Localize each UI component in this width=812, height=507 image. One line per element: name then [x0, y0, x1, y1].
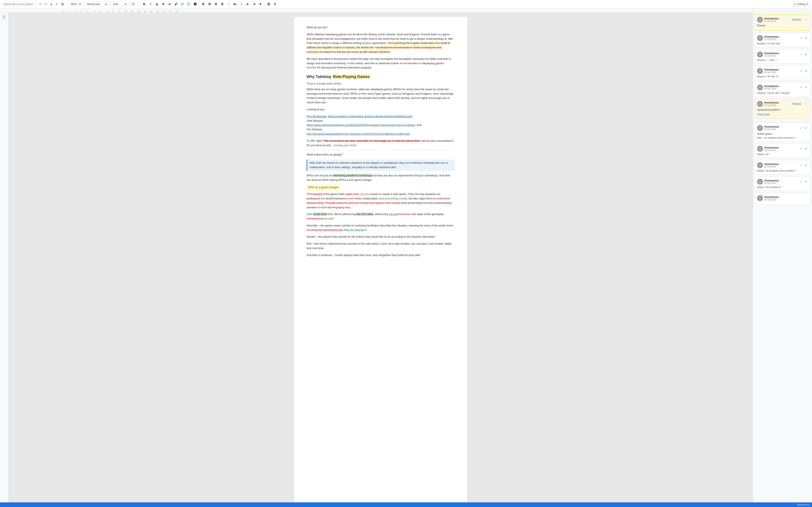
section-heading: Why Tabletop Role-Playing Games [307, 74, 455, 80]
accept-button[interactable]: ✓ [799, 126, 803, 130]
avatar: A [757, 162, 763, 168]
link[interactable]: list out [389, 213, 397, 216]
comment-card: A Anonymous 26 Nov 2019 [755, 193, 810, 205]
ruler-mark: 2 [72, 10, 78, 12]
editing-mode-selector[interactable]: ✏ Editing ▾ [792, 2, 810, 7]
resolve-button[interactable]: Resolve [791, 18, 803, 21]
ruler-mark: 6 [97, 10, 104, 12]
accept-button[interactable]: ✓ [799, 180, 803, 183]
document-content: What do you do? While tabletop roleplayi… [307, 25, 455, 258]
inserted-text: is [437, 92, 439, 95]
emphasized-text: quite-well [322, 217, 333, 220]
resolve-button[interactable]: Resolve [791, 102, 803, 106]
ruler-mark: 4 [85, 10, 91, 12]
outline-icon[interactable]: ☰ [3, 15, 6, 19]
paragraph: What makes them so similar? [307, 153, 455, 157]
reject-button[interactable]: ✕ [804, 126, 808, 130]
bold-button[interactable]: B [142, 1, 147, 7]
deleted-text: are [433, 92, 437, 95]
comment-date: 26 Nov 2019 [764, 104, 790, 107]
line-spacing-button[interactable]: ↕ [226, 1, 231, 7]
special-button[interactable]: Z [272, 1, 277, 7]
font-select[interactable]: Arial [111, 2, 128, 7]
accept-button[interactable]: ✓ [799, 53, 803, 56]
justify-button[interactable]: ☰ [219, 1, 225, 7]
inserted-text: like [357, 197, 362, 200]
show-more-button[interactable]: Show more [757, 113, 770, 116]
link[interactable]: http://dungeonmasterguidetoScrum.blogspo… [307, 132, 410, 135]
document-area[interactable]: What do you do? While tabletop roleplayi… [8, 13, 753, 507]
clear-format-button[interactable]: ✕ [258, 1, 263, 7]
comments-sidebar: A Anonymous 26 Nov 2019 Resolve ⋮ Please… [753, 13, 812, 507]
link[interactable]: Ploy Buraparate, https://uxdesign.cc/dun… [307, 115, 412, 118]
align-right-button[interactable]: ☰ [213, 1, 219, 7]
annotate-button[interactable]: 注 [266, 1, 271, 7]
reject-button[interactable]: ✕ [804, 53, 808, 56]
comment-author: Anonymous [764, 179, 798, 182]
comment-body: Syntactical problem? [757, 108, 808, 112]
comment-button[interactable]: 💬 [186, 1, 191, 7]
more-options-button[interactable]: ⋮ [804, 102, 808, 106]
document-page[interactable]: What do you do? While tabletop roleplayi… [294, 17, 467, 503]
deleted-text: he design of [310, 192, 325, 195]
accept-button[interactable]: ✓ [799, 163, 803, 167]
avatar: A [757, 68, 763, 74]
comment-author: Anonymous [764, 52, 798, 55]
indent-less-button[interactable]: ⇤ [245, 1, 250, 7]
comment-meta: Anonymous 26 Nov 2019 [764, 17, 790, 22]
comment-meta: Anonymous 26 Nov 2019 [764, 35, 798, 41]
strikethrough-button[interactable]: S [160, 1, 166, 7]
more-options-button[interactable]: ⋮ [804, 18, 808, 21]
avatar: A [757, 195, 763, 201]
reject-button[interactable]: ✕ [804, 147, 808, 151]
comment-date: 26 Nov 2019 [764, 55, 798, 57]
inserted-text: it [373, 37, 374, 40]
highlight-button[interactable]: 🖊 [173, 1, 179, 7]
zoom-select[interactable]: 100%75%125% [68, 2, 82, 7]
accept-button[interactable]: ✓ [799, 147, 803, 151]
accept-button[interactable]: ✓ [799, 36, 803, 40]
reject-button[interactable]: ✕ [804, 36, 808, 40]
inserted-text: ; [333, 253, 334, 257]
redo-button[interactable]: ↪ [44, 2, 48, 6]
align-left-button[interactable]: ☰ [200, 1, 206, 7]
align-center-button[interactable]: ☰ [207, 1, 212, 7]
deleted-text: broke-down [397, 213, 411, 216]
accept-button[interactable]: ✓ [799, 69, 803, 73]
comment-header: A Anonymous 26 Nov 2019 ✓ ✕ [757, 179, 808, 185]
comment-meta: Anonymous 26 Nov 2019 [764, 101, 790, 107]
search-input[interactable] [2, 2, 36, 7]
deleted-text: concisely as [307, 217, 322, 220]
image-button[interactable]: 🖼 [192, 1, 198, 7]
italic-button[interactable]: I [148, 1, 153, 7]
comment-author: Anonymous [764, 85, 798, 88]
spell-check-button[interactable]: ✔ [55, 2, 59, 6]
links-paragraph: Ploy Buraparate, https://uxdesign.cc/dun… [307, 114, 455, 136]
reject-button[interactable]: ✕ [804, 180, 808, 183]
indent-more-button[interactable]: ⇥ [251, 1, 257, 7]
paragraph: While tabletop roleplaying games are all… [307, 32, 455, 54]
undo-button[interactable]: ↩ [38, 2, 43, 6]
comment-body: Delete space [757, 132, 808, 136]
bullet-list-button[interactable]: ⋮ [239, 1, 244, 7]
reject-button[interactable]: ✕ [804, 163, 808, 167]
tldr-paragraph: TL;DR, right? The connections are clear,… [307, 139, 455, 148]
style-select[interactable]: Normal text [85, 2, 108, 7]
ruler: -2 1 2 3 4 5 6 7 8 9 10 11 12 13 14 15 1… [0, 8, 812, 13]
underline-button[interactable]: U [154, 1, 160, 7]
font-size-input[interactable] [130, 2, 139, 7]
underlined-text: purpose [361, 66, 371, 69]
paint-format-button[interactable]: 🎨 [60, 2, 65, 6]
link[interactable]: https://www.juliemarquisdesign.com/blog/… [307, 123, 415, 126]
print-button[interactable]: 🖨 [49, 2, 54, 6]
link-button[interactable]: 🔗 [180, 1, 185, 7]
ruler-mark: 18 [173, 10, 180, 12]
reject-button[interactable]: ✕ [804, 69, 808, 73]
ruler-mark: 1 [65, 10, 72, 12]
ruler-mark: 3 [78, 10, 85, 12]
text-color-button[interactable]: A [167, 1, 172, 7]
ruler-mark: 14 [148, 10, 154, 12]
reject-button[interactable]: ✕ [804, 86, 808, 89]
numbered-list-button[interactable]: № [232, 1, 238, 7]
accept-button[interactable]: ✓ [799, 86, 803, 89]
